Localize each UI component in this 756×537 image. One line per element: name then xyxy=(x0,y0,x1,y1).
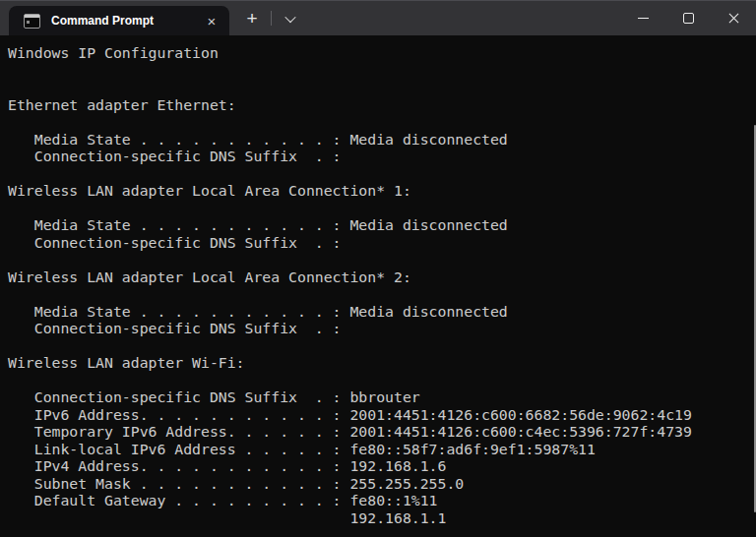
command-prompt-icon xyxy=(24,14,40,29)
terminal-viewport[interactable]: Windows IP Configuration Ethernet adapte… xyxy=(0,36,756,537)
chevron-down-icon xyxy=(284,11,295,22)
maximize-icon xyxy=(683,13,694,24)
tab-command-prompt[interactable]: Command Prompt × xyxy=(9,6,229,35)
tab-dropdown-button[interactable] xyxy=(274,5,307,32)
titlebar-drag-region[interactable] xyxy=(307,1,620,35)
close-icon xyxy=(727,12,740,25)
minimize-icon xyxy=(638,18,649,19)
terminal-window: Command Prompt × + Windows IP Configurat… xyxy=(0,0,756,537)
close-button[interactable] xyxy=(711,1,756,35)
titlebar-separator xyxy=(271,11,272,26)
maximize-button[interactable] xyxy=(665,1,711,35)
minimize-button[interactable] xyxy=(620,1,665,35)
new-tab-button[interactable]: + xyxy=(235,5,269,32)
terminal-output: Windows IP Configuration Ethernet adapte… xyxy=(8,44,756,526)
window-controls xyxy=(620,1,756,35)
tab-title: Command Prompt xyxy=(51,14,200,28)
titlebar: Command Prompt × + xyxy=(0,1,756,35)
tab-close-icon[interactable]: × xyxy=(200,9,223,32)
